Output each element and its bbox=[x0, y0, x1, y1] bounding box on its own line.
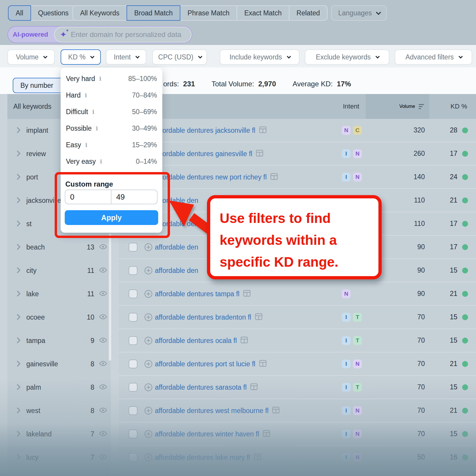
filter-volume[interactable]: Volume bbox=[7, 49, 55, 65]
kd-option-hard[interactable]: Hardi70–84% bbox=[61, 87, 162, 103]
chevron-right-icon[interactable] bbox=[16, 267, 22, 275]
kd-column-header[interactable]: KD % bbox=[424, 94, 467, 119]
tab-phrase-match[interactable]: Phrase Match bbox=[180, 5, 237, 21]
filter-include-keywords[interactable]: Include keywords bbox=[220, 49, 299, 65]
volume-column-header[interactable]: Volume bbox=[366, 94, 429, 119]
serp-features-icon[interactable] bbox=[263, 430, 270, 439]
add-to-list-icon[interactable] bbox=[144, 360, 153, 369]
serp-features-icon[interactable] bbox=[259, 126, 267, 135]
eye-icon[interactable] bbox=[99, 360, 107, 369]
tab-all[interactable]: All bbox=[8, 5, 31, 21]
keyword-link[interactable]: affordable dentures port st lucie fl bbox=[155, 352, 267, 376]
languages-dropdown[interactable]: Languages bbox=[331, 5, 387, 21]
sidebar-item-gainesville[interactable]: gainesville8 bbox=[7, 352, 111, 376]
tab-questions[interactable]: Questions bbox=[30, 5, 77, 21]
kd-option-easy[interactable]: Easyi15–29% bbox=[61, 137, 162, 153]
tab-all-keywords[interactable]: All Keywords bbox=[72, 5, 127, 21]
keyword-link[interactable]: affordable dentures sarasota fl bbox=[155, 376, 258, 399]
serp-features-icon[interactable] bbox=[243, 290, 251, 299]
keyword-link[interactable]: affordable dentures tampa fl bbox=[155, 282, 251, 306]
chevron-right-icon[interactable] bbox=[16, 127, 22, 135]
eye-icon[interactable] bbox=[99, 289, 107, 299]
serp-features-icon[interactable] bbox=[240, 336, 248, 345]
sidebar-item-beach[interactable]: beach13 bbox=[7, 236, 111, 259]
add-to-list-icon[interactable] bbox=[144, 407, 153, 416]
chevron-right-icon[interactable] bbox=[16, 407, 22, 415]
chevron-right-icon[interactable] bbox=[16, 173, 22, 182]
row-checkbox[interactable] bbox=[129, 430, 137, 438]
add-to-list-icon[interactable] bbox=[144, 243, 153, 252]
tab-exact-match[interactable]: Exact Match bbox=[237, 5, 289, 21]
keyword-link[interactable]: affordable dentures new port richey fl bbox=[155, 166, 278, 189]
domain-input[interactable]: ✦✦ Enter domain for personalized data bbox=[54, 27, 192, 43]
filter-exclude-keywords[interactable]: Exclude keywords bbox=[305, 49, 389, 65]
keyword-link[interactable]: affordable den bbox=[155, 259, 198, 282]
row-checkbox[interactable] bbox=[129, 313, 137, 322]
eye-icon[interactable] bbox=[99, 430, 107, 439]
sidebar-item-lake[interactable]: lake11 bbox=[7, 282, 111, 306]
kd-option-difficult[interactable]: Difficulti50–69% bbox=[61, 103, 162, 120]
tab-related[interactable]: Related bbox=[289, 5, 328, 21]
keyword-link[interactable]: affordable dentures gainesville fl bbox=[155, 142, 263, 166]
filter-intent[interactable]: Intent bbox=[106, 49, 146, 65]
eye-icon[interactable] bbox=[99, 453, 107, 462]
row-checkbox[interactable] bbox=[129, 266, 137, 275]
row-checkbox[interactable] bbox=[129, 453, 137, 462]
row-checkbox[interactable] bbox=[129, 406, 137, 415]
serp-features-icon[interactable] bbox=[254, 453, 261, 462]
add-to-list-icon[interactable] bbox=[144, 266, 153, 276]
sidebar-item-city[interactable]: city11 bbox=[7, 259, 111, 282]
row-checkbox[interactable] bbox=[129, 383, 137, 392]
add-to-list-icon[interactable] bbox=[144, 290, 153, 299]
row-checkbox[interactable] bbox=[129, 360, 137, 368]
keyword-link[interactable]: affordable dentures jacksonville fl bbox=[155, 119, 267, 142]
serp-features-icon[interactable] bbox=[259, 360, 267, 369]
serp-features-icon[interactable] bbox=[255, 313, 263, 322]
serp-features-icon[interactable] bbox=[250, 383, 258, 392]
sidebar-item-lucy[interactable]: lucy7 bbox=[7, 446, 111, 469]
info-icon[interactable]: i bbox=[99, 75, 101, 82]
chevron-right-icon[interactable] bbox=[16, 243, 22, 252]
serp-features-icon[interactable] bbox=[270, 173, 278, 182]
sidebar-item-west[interactable]: west8 bbox=[7, 399, 111, 422]
add-to-list-icon[interactable] bbox=[144, 383, 153, 393]
info-icon[interactable]: i bbox=[96, 125, 98, 132]
add-to-list-icon[interactable] bbox=[144, 430, 153, 439]
add-to-list-icon[interactable] bbox=[144, 313, 153, 323]
eye-icon[interactable] bbox=[99, 336, 107, 345]
keyword-link[interactable]: affordable dentures winter haven fl bbox=[155, 422, 270, 446]
add-to-list-icon[interactable] bbox=[144, 453, 153, 463]
chevron-right-icon[interactable] bbox=[16, 430, 22, 438]
chevron-right-icon[interactable] bbox=[16, 383, 22, 392]
sidebar-item-ocoee[interactable]: ocoee10 bbox=[7, 306, 111, 329]
filter-cpc-usd[interactable]: CPC (USD) bbox=[152, 49, 207, 65]
chevron-right-icon[interactable] bbox=[16, 454, 22, 462]
keyword-link[interactable]: affordable dentures west melbourne fl bbox=[155, 399, 280, 422]
eye-icon[interactable] bbox=[99, 383, 107, 392]
chevron-right-icon[interactable] bbox=[16, 220, 22, 228]
sidebar-scrollbar[interactable] bbox=[109, 234, 111, 361]
keyword-link[interactable]: affordable den bbox=[155, 236, 198, 259]
chevron-right-icon[interactable] bbox=[16, 337, 22, 345]
kd-option-possible[interactable]: Possiblei30–49% bbox=[61, 120, 162, 137]
filter-kd[interactable]: KD % bbox=[61, 49, 101, 65]
info-icon[interactable]: i bbox=[100, 158, 102, 165]
keyword-link[interactable]: affordable dentures bradenton fl bbox=[155, 306, 263, 329]
filter-advanced-filters[interactable]: Advanced filters bbox=[395, 49, 472, 65]
keyword-link[interactable]: affordable dentures lake mary fl bbox=[155, 446, 261, 469]
add-to-list-icon[interactable] bbox=[144, 336, 153, 346]
chevron-right-icon[interactable] bbox=[16, 150, 22, 158]
info-icon[interactable]: i bbox=[85, 92, 87, 98]
eye-icon[interactable] bbox=[99, 243, 107, 252]
sidebar-item-tampa[interactable]: tampa9 bbox=[7, 329, 111, 352]
intent-column-header[interactable]: Intent bbox=[343, 94, 359, 119]
row-checkbox[interactable] bbox=[129, 243, 137, 252]
sidebar-item-palm[interactable]: palm8 bbox=[7, 376, 111, 399]
row-checkbox[interactable] bbox=[129, 336, 137, 345]
info-icon[interactable]: i bbox=[92, 109, 94, 115]
keyword-link[interactable]: affordable dentures ocala fl bbox=[155, 329, 248, 352]
serp-features-icon[interactable] bbox=[256, 150, 263, 158]
eye-icon[interactable] bbox=[99, 406, 107, 415]
chevron-right-icon[interactable] bbox=[16, 360, 22, 368]
chevron-right-icon[interactable] bbox=[16, 290, 22, 298]
